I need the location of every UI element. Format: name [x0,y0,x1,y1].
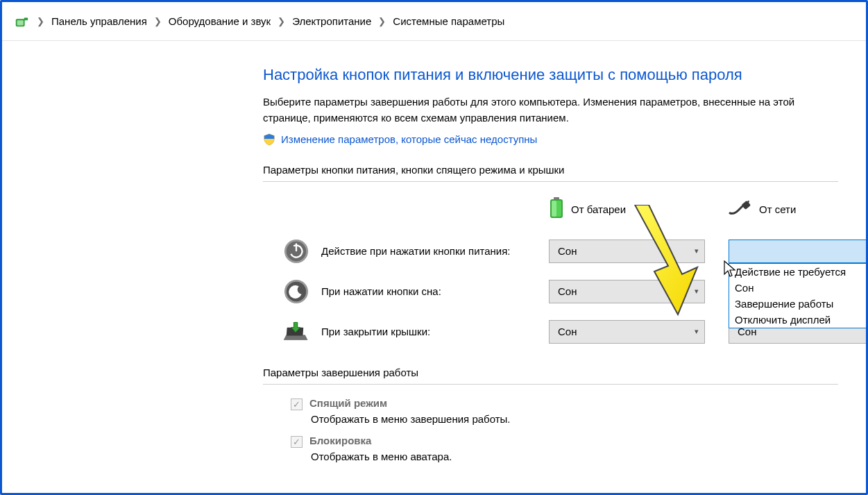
checkbox-sleep-desc: Отображать в меню завершения работы. [311,413,838,425]
row-sleep-button-label: При нажатии кнопки сна: [321,285,441,297]
uac-link-text: Изменение параметров, которые сейчас нед… [281,133,537,145]
row-lid-close-label: При закрытии крышки: [321,326,430,337]
breadcrumb-system-settings[interactable]: Системные параметры [390,14,507,28]
dropdown-option[interactable]: Завершение работы [729,296,868,312]
combo-value: Сон [558,326,577,337]
checkbox-lock-label: Блокировка [309,435,371,446]
chevron-right-icon: ❯ [37,16,44,26]
row-sleep-button: При нажатии кнопки сна: [282,278,525,305]
checkbox-lock[interactable]: ✓ Блокировка [291,435,838,448]
row-lid-close: При закрытии крышки: [282,318,525,346]
breadcrumb-control-panel[interactable]: Панель управления [49,14,150,28]
combo-lid-battery[interactable]: Сон ▾ [549,320,705,344]
shutdown-section-label: Параметры завершения работы [263,367,838,378]
chevron-down-icon: ▾ [695,246,699,255]
combo-power-button-battery[interactable]: Сон ▾ [549,240,705,263]
section-divider [263,181,838,182]
control-panel-icon [13,13,30,30]
column-header-plugged: От сети [729,194,868,225]
section-divider [263,384,838,385]
buttons-section-label: Параметры кнопки питания, кнопки спящего… [263,164,838,176]
checkbox-icon: ✓ [291,398,303,410]
row-power-button: Действие при нажатии кнопки питания: [282,237,525,265]
uac-shield-icon [263,133,275,146]
uac-change-settings-link[interactable]: Изменение параметров, которые сейчас нед… [263,133,838,146]
combo-power-button-plugged[interactable]: ▾ Действие не требуется Сон Завершение р… [729,240,868,263]
dropdown-option[interactable]: Действие не требуется [729,264,868,280]
chevron-right-icon: ❯ [278,16,285,26]
chevron-right-icon: ❯ [154,16,162,26]
power-settings-grid: От батареи От сети [282,194,838,346]
svg-rect-1 [17,20,24,25]
sleep-button-icon [282,278,310,305]
svg-rect-6 [552,201,556,217]
checkbox-lock-desc: Отображать в меню аватара. [311,451,838,462]
page-title: Настройка кнопок питания и включение защ… [263,66,838,84]
breadcrumb-bar: ❯ Панель управления ❯ Оборудование и зву… [2,2,866,41]
power-button-icon [282,237,310,265]
combo-dropdown: Действие не требуется Сон Завершение раб… [729,263,868,328]
chevron-right-icon: ❯ [378,16,386,26]
combo-value: Сон [558,245,577,257]
content-area: Настройка кнопок питания и включение защ… [2,41,866,462]
svg-rect-2 [24,17,28,20]
breadcrumb-hardware-sound[interactable]: Оборудование и звук [166,14,273,28]
combo-value: Сон [558,285,577,297]
column-header-plugged-text: От сети [759,203,796,215]
checkbox-sleep[interactable]: ✓ Спящий режим [291,397,838,410]
dropdown-option[interactable]: Отключить дисплей [729,312,868,328]
checkbox-sleep-label: Спящий режим [309,397,387,409]
shutdown-options: ✓ Спящий режим Отображать в меню заверше… [291,397,838,462]
checkbox-icon: ✓ [291,436,303,448]
chevron-down-icon: ▾ [695,287,699,296]
svg-rect-7 [742,201,751,210]
breadcrumb-power-options[interactable]: Электропитание [289,14,374,28]
power-plug-icon [729,201,752,218]
control-panel-window: ❯ Панель управления ❯ Оборудование и зву… [0,0,868,495]
page-description: Выберите параметры завершения работы для… [263,94,838,126]
laptop-lid-icon [282,318,310,346]
combo-sleep-button-battery[interactable]: Сон ▾ [549,280,705,303]
dropdown-option[interactable]: Сон [729,280,868,296]
column-header-battery-text: От батареи [571,203,626,215]
column-header-battery: От батареи [549,194,705,225]
row-power-button-label: Действие при нажатии кнопки питания: [321,245,511,257]
battery-icon [549,197,564,221]
chevron-down-icon: ▾ [695,327,699,336]
